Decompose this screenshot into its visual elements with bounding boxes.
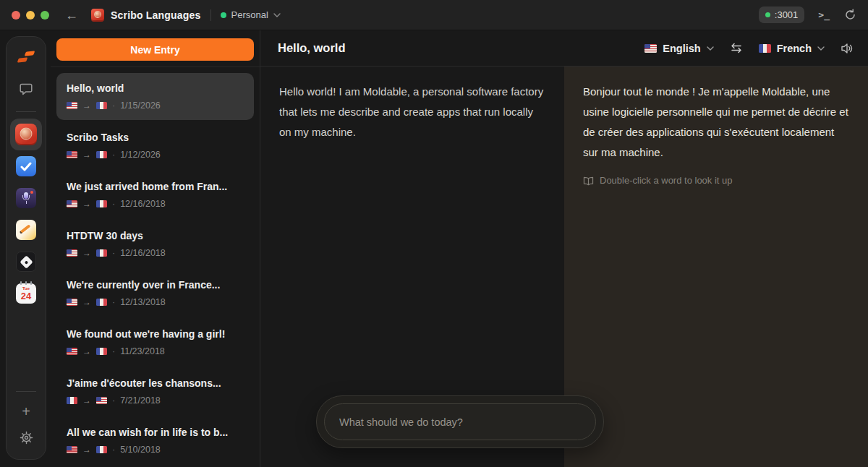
arrow-icon: → [82, 150, 91, 160]
dot-separator: · [112, 199, 115, 209]
entry-meta: → · 5/10/2018 [67, 445, 244, 455]
entry-title: We found out we're having a girl! [67, 328, 244, 340]
sidebar-item-voice-memos[interactable] [10, 182, 42, 214]
arrow-icon: → [82, 445, 91, 455]
dot-separator: · [112, 297, 115, 307]
open-book-icon [583, 176, 594, 186]
sidebar-item-git[interactable] [10, 246, 42, 278]
microphone-app-icon [16, 188, 36, 208]
target-flag-icon [96, 249, 107, 257]
speaker-icon [841, 43, 854, 54]
entry-meta: → · 1/15/2026 [67, 100, 244, 111]
titlebar-divider [210, 9, 211, 21]
add-app-button[interactable]: + [10, 398, 42, 424]
entry-date: 12/16/2018 [120, 248, 166, 258]
source-language-select[interactable]: English [639, 39, 719, 58]
sidebar-item-calendar[interactable]: Tue 24 [10, 278, 42, 309]
moldable-logo-icon[interactable] [10, 41, 42, 73]
target-flag-icon [96, 446, 107, 453]
entry-list-panel: New Entry Hello, world → · 1/15/2026 Scr… [51, 30, 260, 467]
target-language-label: French [777, 43, 812, 54]
chat-icon[interactable] [10, 73, 42, 105]
source-flag-icon [67, 299, 77, 306]
rail-divider [16, 391, 36, 392]
entry-meta: → · 12/13/2018 [67, 297, 244, 307]
server-status-dot [765, 12, 770, 17]
dot-separator: · [112, 150, 115, 160]
sidebar-item-scribo-languages[interactable] [10, 119, 42, 150]
pencil-icon [20, 224, 31, 234]
entry-list-item[interactable]: We found out we're having a girl! → · 11… [56, 319, 254, 366]
target-flag-icon [96, 102, 107, 109]
entry-list-item[interactable]: All we can wish for in life is to b... →… [56, 417, 254, 464]
swap-languages-button[interactable] [726, 38, 747, 59]
lookup-hint: Double-click a word to look it up [583, 171, 849, 191]
calendar-day: 24 [16, 291, 36, 301]
dot-separator: · [112, 100, 115, 111]
target-text-column[interactable]: Bonjour tout le monde ! Je m'appelle Mol… [564, 67, 868, 467]
entry-list-item[interactable]: Hello, world → · 1/15/2026 [56, 73, 254, 120]
entry-date: 11/23/2018 [120, 346, 165, 356]
workspace-label: Personal [231, 9, 268, 20]
target-text: Bonjour tout le monde ! Je m'appelle Mol… [583, 85, 848, 158]
refresh-icon[interactable] [844, 9, 856, 21]
target-flag-icon [96, 200, 107, 207]
dot-separator: · [112, 248, 115, 258]
arrow-icon: → [82, 248, 91, 258]
settings-button[interactable] [10, 424, 42, 450]
target-flag-icon [96, 397, 107, 404]
entry-meta: → · 1/12/2026 [67, 150, 244, 160]
speak-button[interactable] [836, 38, 858, 59]
arrow-icon: → [82, 346, 91, 356]
app-icon [91, 9, 104, 22]
terminal-icon[interactable]: >_ [818, 9, 830, 20]
notes-app-icon [16, 220, 36, 240]
command-input[interactable] [324, 403, 596, 440]
target-language-select[interactable]: French [753, 39, 830, 58]
calendar-app-icon: Tue 24 [16, 283, 36, 304]
lookup-hint-text: Double-click a word to look it up [600, 171, 733, 191]
zoom-window-button[interactable] [41, 11, 49, 20]
source-flag-icon [67, 348, 77, 355]
workspace-switcher[interactable]: Personal [221, 9, 281, 20]
entry-meta: → · 7/21/2018 [67, 395, 244, 406]
globe-icon [94, 11, 101, 18]
entry-meta: → · 12/16/2018 [67, 199, 244, 209]
source-flag-icon [67, 446, 77, 453]
port-badge[interactable]: :3001 [759, 7, 805, 23]
title-bar: ← Scribo Languages Personal :3001 >_ [0, 0, 868, 30]
arrow-icon: → [82, 297, 91, 307]
workspace-status-dot [221, 12, 226, 18]
minimize-window-button[interactable] [26, 11, 35, 20]
command-bar [316, 395, 604, 448]
entry-title: All we can wish for in life is to b... [67, 427, 244, 438]
us-flag-icon [644, 44, 657, 53]
source-text: Hello world! I am Moldable, a personal s… [279, 85, 543, 138]
sidebar-item-tasks[interactable] [10, 150, 42, 182]
entry-date: 12/13/2018 [120, 297, 166, 307]
dot-separator: · [112, 346, 115, 356]
entry-date: 1/15/2026 [120, 100, 161, 111]
source-language-label: English [663, 43, 700, 54]
target-flag-icon [96, 151, 107, 158]
back-button[interactable]: ← [65, 9, 78, 22]
entry-date: 12/16/2018 [120, 199, 166, 209]
entry-list-item[interactable]: HTDTW 30 days → · 12/16/2018 [56, 220, 254, 267]
sidebar-item-notes[interactable] [10, 214, 42, 246]
app-rail: Tue 24 + [0, 30, 51, 467]
entry-list-item[interactable]: Scribo Tasks → · 1/12/2026 [56, 122, 254, 169]
arrow-icon: → [82, 395, 91, 406]
recording-dot [30, 191, 33, 194]
dot-separator: · [112, 445, 115, 455]
entry-list-item[interactable]: We just arrived home from Fran... → · 12… [56, 171, 254, 218]
entry-date: 5/10/2018 [120, 445, 161, 455]
entry-title: We're currently over in France... [67, 279, 244, 291]
chevron-down-icon [707, 46, 714, 51]
close-window-button[interactable] [12, 11, 20, 20]
entry-list-item[interactable]: J'aime d'écouter les chansons... → · 7/2… [56, 368, 254, 415]
entry-list-item[interactable]: We're currently over in France... → · 12… [56, 270, 254, 317]
dot-separator: · [112, 395, 115, 406]
new-entry-button[interactable]: New Entry [56, 38, 254, 61]
swap-arrows-icon [730, 43, 743, 53]
source-flag-icon [67, 249, 77, 257]
